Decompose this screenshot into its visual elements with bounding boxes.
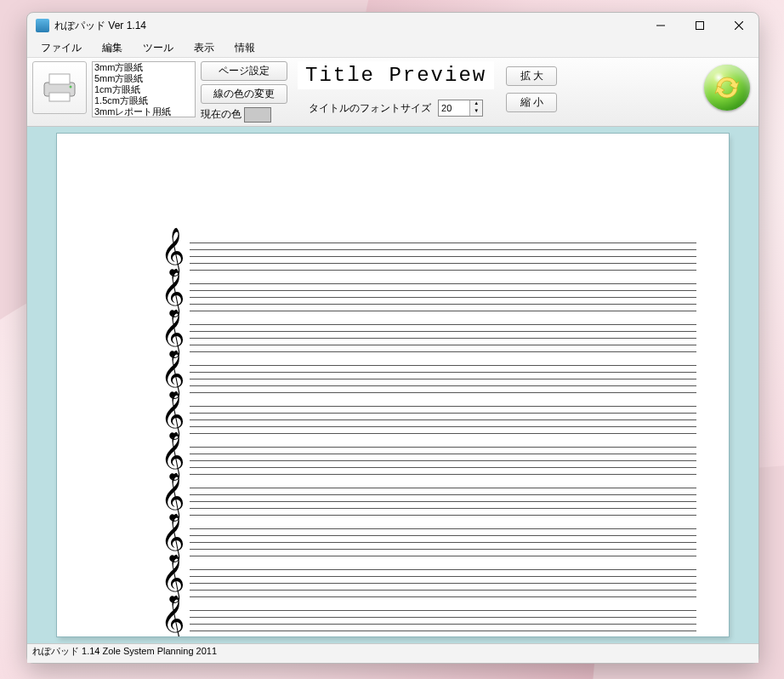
toolbar: 3mm方眼紙5mm方眼紙1cm方眼紙1.5cm方眼紙3mmレポート用紙5mmレポ… — [27, 57, 758, 127]
treble-clef-icon: 𝄞 — [161, 598, 185, 636]
current-color-row: 現在の色 — [201, 107, 287, 123]
music-staff: 𝄞 — [161, 324, 696, 351]
music-staff: 𝄞 — [161, 488, 696, 515]
svg-rect-3 — [49, 93, 70, 101]
music-staff: 𝄞 — [161, 242, 696, 270]
menu-view[interactable]: 表示 — [184, 38, 224, 57]
refresh-icon[interactable] — [704, 65, 750, 111]
titlebar: れぽパッド Ver 1.14 — [27, 13, 758, 38]
treble-clef-icon: 𝄞 — [161, 557, 185, 598]
menubar: ファイル 編集 ツール 表示 情報 — [27, 38, 758, 57]
music-staff: 𝄞 — [161, 365, 696, 392]
menu-info[interactable]: 情報 — [224, 38, 265, 57]
title-font-input[interactable] — [439, 100, 469, 116]
menu-file[interactable]: ファイル — [31, 38, 92, 57]
svg-rect-0 — [696, 22, 704, 30]
minimize-button[interactable] — [641, 13, 680, 38]
treble-clef-icon: 𝄞 — [161, 271, 185, 312]
music-staff: 𝄞 — [161, 569, 696, 596]
music-staff: 𝄞 — [161, 283, 696, 311]
printer-icon[interactable] — [32, 61, 87, 114]
paper-list-item[interactable]: 3mmレポート用紙 — [93, 106, 195, 117]
preview-area: 𝄞𝄞𝄞𝄞𝄞𝄞𝄞𝄞𝄞𝄞 — [27, 127, 758, 643]
zoom-out-button[interactable]: 縮 小 — [506, 93, 557, 112]
music-staff: 𝄞 — [161, 406, 696, 433]
window-title: れぽパッド Ver 1.14 — [54, 19, 146, 33]
title-preview: Title Preview — [298, 61, 494, 89]
paper-type-list[interactable]: 3mm方眼紙5mm方眼紙1cm方眼紙1.5cm方眼紙3mmレポート用紙5mmレポ… — [92, 61, 196, 117]
treble-clef-icon: 𝄞 — [161, 435, 185, 476]
current-color-label: 現在の色 — [201, 108, 241, 120]
line-color-button[interactable]: 線の色の変更 — [201, 84, 287, 104]
zoom-in-button[interactable]: 拡 大 — [506, 66, 557, 86]
maximize-button[interactable] — [680, 13, 719, 38]
menu-edit[interactable]: 編集 — [92, 38, 133, 57]
title-font-spinner[interactable]: ▲▼ — [438, 100, 483, 117]
current-color-swatch — [244, 107, 271, 123]
sheet: 𝄞𝄞𝄞𝄞𝄞𝄞𝄞𝄞𝄞𝄞 — [57, 134, 729, 636]
treble-clef-icon: 𝄞 — [161, 353, 185, 394]
treble-clef-icon: 𝄞 — [161, 476, 185, 516]
svg-point-4 — [70, 86, 72, 88]
music-staff: 𝄞 — [161, 610, 696, 636]
paper-list-item[interactable]: 5mm方眼紙 — [93, 73, 195, 84]
paper-list-item[interactable]: 3mm方眼紙 — [93, 62, 195, 73]
menu-tool[interactable]: ツール — [133, 38, 184, 57]
music-staff: 𝄞 — [161, 447, 696, 474]
title-font-label: タイトルのフォントサイズ — [309, 101, 431, 116]
statusbar: れぽパッド 1.14 Zole System Planning 2011 — [27, 643, 758, 663]
treble-clef-icon: 𝄞 — [161, 231, 185, 271]
treble-clef-icon: 𝄞 — [161, 394, 185, 435]
page-setup-button[interactable]: ページ設定 — [201, 61, 287, 81]
app-icon — [36, 19, 49, 32]
paper-list-item[interactable]: 1cm方眼紙 — [93, 84, 195, 95]
close-button[interactable] — [719, 13, 758, 38]
svg-rect-2 — [49, 74, 70, 84]
music-staff: 𝄞 — [161, 528, 696, 556]
paper-list-item[interactable]: 1.5cm方眼紙 — [93, 95, 195, 106]
treble-clef-icon: 𝄞 — [161, 312, 185, 353]
treble-clef-icon: 𝄞 — [161, 516, 185, 557]
app-window: れぽパッド Ver 1.14 ファイル 編集 ツール 表示 情報 — [26, 12, 759, 664]
